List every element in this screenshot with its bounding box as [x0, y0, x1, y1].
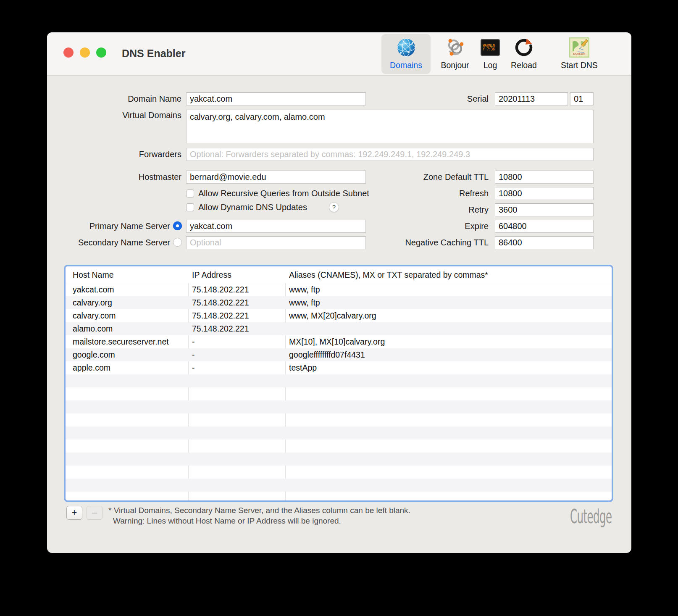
serial-input[interactable]	[495, 92, 568, 105]
cell-ip-address[interactable]	[188, 440, 285, 453]
toolbar-item-start-dns[interactable]: DOMAIN Start DNS	[556, 34, 602, 74]
secondary-name-server-input[interactable]	[186, 236, 366, 249]
cell-ip-address[interactable]	[188, 466, 285, 479]
cell-aliases[interactable]	[285, 440, 612, 453]
cell-aliases[interactable]	[285, 466, 612, 479]
table-row[interactable]: calvary.com75.148.202.221www, MX[20]calv…	[66, 309, 612, 322]
cell-host-name[interactable]: yakcat.com	[66, 283, 188, 296]
cell-aliases[interactable]: www, ftp	[285, 283, 612, 296]
cell-ip-address[interactable]: -	[188, 335, 285, 348]
table-row[interactable]: alamo.com75.148.202.221	[66, 322, 612, 335]
cell-host-name[interactable]	[66, 492, 188, 500]
cell-ip-address[interactable]: 75.148.202.221	[188, 296, 285, 309]
domain-name-input[interactable]	[186, 92, 366, 105]
cell-host-name[interactable]: calvary.com	[66, 309, 188, 322]
cell-ip-address[interactable]	[188, 400, 285, 413]
cell-host-name[interactable]: calvary.org	[66, 296, 188, 309]
cell-ip-address[interactable]	[188, 387, 285, 400]
table-row[interactable]	[66, 453, 612, 466]
hostmaster-input[interactable]	[186, 171, 366, 184]
table-row[interactable]: calvary.org75.148.202.221www, ftp	[66, 296, 612, 309]
cell-ip-address[interactable]: 75.148.202.221	[188, 309, 285, 322]
minimize-window-button[interactable]	[80, 47, 90, 58]
table-row[interactable]: apple.com-testApp	[66, 361, 612, 374]
secondary-name-server-radio[interactable]	[173, 238, 182, 247]
table-row[interactable]	[66, 400, 612, 413]
cell-aliases[interactable]: googleffffffffd07f4431	[285, 348, 612, 361]
cell-ip-address[interactable]	[188, 453, 285, 466]
negative-caching-ttl-input[interactable]	[495, 236, 594, 249]
cell-ip-address[interactable]	[188, 426, 285, 440]
cell-host-name[interactable]: apple.com	[66, 361, 188, 374]
table-row[interactable]: yakcat.com75.148.202.221www, ftp	[66, 283, 612, 296]
table-row[interactable]	[66, 387, 612, 400]
cell-host-name[interactable]: google.com	[66, 348, 188, 361]
allow-recursive-checkbox[interactable]	[186, 190, 194, 197]
cell-aliases[interactable]	[285, 413, 612, 426]
zoom-window-button[interactable]	[96, 47, 106, 58]
cell-host-name[interactable]	[66, 400, 188, 413]
help-button[interactable]: ?	[329, 202, 339, 212]
table-row[interactable]: google.com-googleffffffffd07f4431	[66, 348, 612, 361]
cell-aliases[interactable]: MX[10], MX[10]calvary.org	[285, 335, 612, 348]
table-row[interactable]	[66, 374, 612, 387]
toolbar-item-bonjour[interactable]: Bonjour	[436, 34, 474, 74]
column-header-aliases[interactable]: Aliases (CNAMES), MX or TXT separated by…	[285, 266, 612, 283]
cell-aliases[interactable]	[285, 426, 612, 440]
cell-ip-address[interactable]	[188, 492, 285, 500]
cell-ip-address[interactable]: 75.148.202.221	[188, 283, 285, 296]
column-header-host-name[interactable]: Host Name	[66, 266, 188, 283]
cell-aliases[interactable]	[285, 322, 612, 335]
toolbar-item-log[interactable]: WARNIN Y 7:36 Log	[479, 34, 502, 74]
cell-host-name[interactable]	[66, 466, 188, 479]
cell-aliases[interactable]	[285, 453, 612, 466]
serial-suffix-input[interactable]	[570, 92, 594, 105]
remove-row-button[interactable]: –	[87, 506, 102, 520]
cell-host-name[interactable]: alamo.com	[66, 322, 188, 335]
cell-aliases[interactable]	[285, 387, 612, 400]
cell-aliases[interactable]	[285, 374, 612, 387]
cell-ip-address[interactable]: 75.148.202.221	[188, 322, 285, 335]
cell-host-name[interactable]	[66, 479, 188, 492]
cell-ip-address[interactable]	[188, 413, 285, 426]
table-row[interactable]	[66, 413, 612, 426]
close-window-button[interactable]	[63, 47, 74, 58]
primary-name-server-radio[interactable]	[173, 221, 182, 230]
table-row[interactable]	[66, 479, 612, 492]
retry-input[interactable]	[495, 203, 594, 216]
table-row[interactable]	[66, 466, 612, 479]
column-header-ip-address[interactable]: IP Address	[188, 266, 285, 283]
allow-dynamic-checkbox[interactable]	[186, 203, 194, 211]
cell-host-name[interactable]	[66, 453, 188, 466]
cell-host-name[interactable]: mailstore.secureserver.net	[66, 335, 188, 348]
cell-host-name[interactable]	[66, 426, 188, 440]
cell-host-name[interactable]	[66, 387, 188, 400]
cell-aliases[interactable]: testApp	[285, 361, 612, 374]
refresh-input[interactable]	[495, 187, 594, 200]
cell-aliases[interactable]: www, ftp	[285, 296, 612, 309]
forwarders-input[interactable]	[186, 148, 594, 161]
primary-name-server-input[interactable]	[186, 220, 366, 233]
cell-aliases[interactable]	[285, 479, 612, 492]
cell-ip-address[interactable]	[188, 479, 285, 492]
virtual-domains-textarea[interactable]: calvary.org, calvary.com, alamo.com	[186, 110, 594, 143]
cell-aliases[interactable]	[285, 400, 612, 413]
cell-host-name[interactable]	[66, 413, 188, 426]
table-row[interactable]: mailstore.secureserver.net-MX[10], MX[10…	[66, 335, 612, 348]
cell-ip-address[interactable]: -	[188, 348, 285, 361]
cell-aliases[interactable]: www, MX[20]calvary.org	[285, 309, 612, 322]
table-row[interactable]	[66, 492, 612, 500]
cell-host-name[interactable]	[66, 374, 188, 387]
add-row-button[interactable]: +	[66, 506, 82, 520]
toolbar-item-reload[interactable]: Reload	[506, 34, 542, 74]
cell-ip-address[interactable]: -	[188, 361, 285, 374]
host-table[interactable]: Host Name IP Address Aliases (CNAMES), M…	[64, 265, 613, 502]
cell-host-name[interactable]	[66, 440, 188, 453]
toolbar-item-domains[interactable]: Domains	[381, 34, 431, 74]
cell-ip-address[interactable]	[188, 374, 285, 387]
cell-aliases[interactable]	[285, 492, 612, 500]
expire-input[interactable]	[495, 220, 594, 233]
table-row[interactable]	[66, 426, 612, 440]
zone-default-ttl-input[interactable]	[495, 171, 594, 184]
table-row[interactable]	[66, 440, 612, 453]
